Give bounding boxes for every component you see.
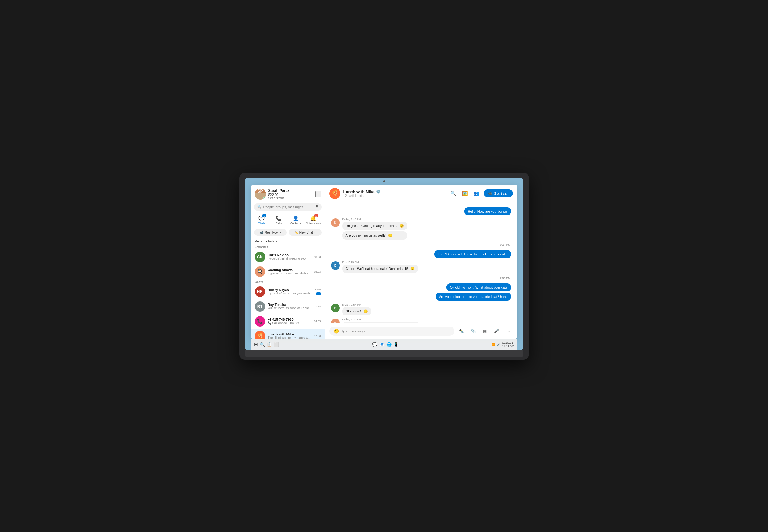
avatar-eric: E — [331, 261, 340, 270]
message-2: K Keiko, 2:48 PM I'm great!! Getting rea… — [331, 218, 511, 240]
image-button[interactable]: 🖼️ — [460, 189, 469, 198]
chat-name-lunch-mike: Lunch with Mike — [268, 332, 311, 336]
tab-calls[interactable]: 📞 Calls — [270, 213, 287, 227]
tab-contacts[interactable]: 👤 Contacts — [287, 213, 304, 227]
taskbar-chat-icon[interactable]: 💬 — [372, 342, 377, 347]
meet-now-button[interactable]: 📹 Meet Now ▾ — [254, 229, 287, 236]
recent-chats-header[interactable]: Recent chats ▾ — [251, 238, 325, 244]
taskbar: ⊞ 🔍 📋 ⬜ 💬 📧 🌐 📱 📶 🔊 10/20/21 11 — [251, 339, 517, 350]
media-button[interactable]: ▦ — [480, 327, 490, 336]
notifications-badge: 1 — [314, 214, 318, 217]
taskbar-right: 📶 🔊 10/20/21 11:11 AM — [492, 341, 514, 347]
chat-item-phone[interactable]: 📞 +1 415-748-7920 📞 Call ended · 1m 22s … — [251, 314, 325, 329]
bubble-6: Of course! 🙂 — [342, 307, 372, 315]
chat-item-hillary-reyes[interactable]: HR Hillary Reyes If you don't mind can y… — [251, 284, 325, 299]
bubble-group-6: Of course! 🙂 — [342, 307, 372, 315]
reaction-2a[interactable]: 🙂 — [400, 224, 404, 228]
taskbar-mail-icon[interactable]: 📧 — [379, 342, 384, 347]
settings-icon[interactable]: ⚙️ — [376, 190, 380, 194]
group-button[interactable]: 👥 — [472, 189, 481, 198]
chat-meta-ray-tanaka: 11:44 — [314, 305, 321, 308]
chat-info-cooking-shows: Cooking shows Ingredients for our next d… — [268, 268, 311, 275]
taskbar-volume-icon[interactable]: 🔊 — [497, 343, 500, 346]
avatar-chris-naidoo: CN — [255, 252, 265, 262]
tab-calls-label: Calls — [275, 222, 282, 225]
format-button[interactable]: ✒️ — [457, 327, 466, 336]
meet-now-arrow: ▾ — [280, 231, 281, 234]
recent-chats-chevron: ▾ — [276, 240, 277, 243]
chat-item-chris-naidoo[interactable]: CN Chris Naidoo I wouldn't mind meeting … — [251, 250, 325, 264]
reaction-4[interactable]: 🙂 — [410, 267, 415, 270]
avatar-keiko: K — [331, 218, 340, 227]
taskbar-datetime: 10/20/21 11:11 AM — [502, 341, 514, 347]
start-call-button[interactable]: 📹 Start call — [484, 189, 513, 197]
more-options-button[interactable]: ··· — [315, 191, 321, 197]
chat-item-ray-tanaka[interactable]: RT Ray Tanaka Will be there as soon as I… — [251, 299, 325, 314]
msg-content-2: Keiko, 2:48 PM I'm great!! Getting ready… — [342, 218, 408, 240]
bubble-3: I don't know, yet. I have to check my sc… — [434, 250, 511, 258]
nav-tabs: 💬 3 Chats 📞 Calls 👤 Contacts — [251, 213, 325, 227]
chat-time-chris-naidoo: 18.03 — [314, 255, 321, 258]
chat-item-cooking-shows[interactable]: 🍳 Cooking shows Ingredients for our next… — [251, 264, 325, 279]
bubble-1: Hello! How are you doing? — [464, 207, 511, 215]
search-input[interactable] — [263, 205, 314, 209]
action-buttons: 📹 Meet Now ▾ ✏️ New Chat ▾ — [251, 229, 325, 238]
taskbar-center: 💬 📧 🌐 📱 — [372, 342, 399, 347]
new-chat-button[interactable]: ✏️ New Chat ▾ — [289, 229, 322, 236]
attach-button[interactable]: 📎 — [469, 327, 478, 336]
chat-meta-lunch-mike: 17.03 — [314, 335, 321, 338]
taskbar-skype-icon[interactable]: 📱 — [393, 342, 399, 347]
meet-now-label: Meet Now — [265, 231, 278, 234]
taskbar-snap-icon[interactable]: ⬜ — [274, 342, 279, 347]
profile-info: Sarah Perez $22,00 Set a status — [268, 189, 313, 200]
chat-time-lunch-mike: 17.03 — [314, 335, 321, 338]
taskbar-wifi-icon[interactable]: 📶 — [492, 343, 495, 346]
right-panel: 🍕 Lunch with Mike ⚙️ 12 participants 🔍 🖼… — [325, 185, 517, 339]
chat-info-chris-naidoo: Chris Naidoo I wouldn't mind meeting soo… — [268, 253, 311, 260]
taskbar-widgets-icon[interactable]: 📋 — [267, 342, 272, 347]
reaction-6[interactable]: 🙂 — [364, 309, 368, 313]
left-panel: SP Sarah Perez $22,00 Set a status ··· 🔍 — [251, 185, 325, 339]
notifications-icon: 🔔 1 — [310, 215, 316, 221]
message-input[interactable] — [341, 329, 450, 333]
timestamp-253: 2:53 PM — [331, 277, 511, 280]
avatar[interactable]: SP — [255, 189, 266, 200]
avatar-hillary-reyes: HR — [255, 286, 265, 297]
taskbar-browser-icon[interactable]: 🌐 — [386, 342, 392, 347]
unread-hillary-reyes: 3 — [316, 292, 321, 295]
chat-preview-lunch-mike: The client was pretty happy with... — [268, 336, 311, 339]
msg-sender-time-6: Bryan, 2:54 PM — [342, 303, 372, 306]
more-input-button[interactable]: ··· — [504, 327, 513, 336]
chat-name-cooking-shows: Cooking shows — [268, 268, 311, 272]
chat-time-hillary-reyes: Now — [315, 288, 321, 291]
chat-meta-cooking-shows: 05.03 — [314, 270, 321, 273]
grid-icon[interactable]: ⠿ — [315, 205, 319, 209]
chat-list: Favorites CN Chris Naidoo I wouldn't min… — [251, 244, 325, 339]
profile-name: Sarah Perez — [268, 189, 313, 193]
favorites-label: Favorites — [251, 244, 325, 250]
chat-preview-ray-tanaka: Will be there as soon as I can! — [268, 307, 311, 310]
windows-start-icon[interactable]: ⊞ — [254, 342, 258, 347]
tab-chats[interactable]: 💬 3 Chats — [254, 213, 270, 227]
bubble-5a: Ok ok! I will join. What about your cat? — [446, 283, 511, 291]
bubble-4: C'mon! We'll eat hot tamale! Don't miss … — [342, 265, 418, 273]
reaction-2b[interactable]: 🙂 — [388, 234, 392, 237]
search-chat-button[interactable]: 🔍 — [449, 189, 458, 198]
chats-section-label: Chats — [251, 279, 325, 284]
audio-button[interactable]: 🎤 — [492, 327, 501, 336]
tab-notifications[interactable]: 🔔 1 Notifications — [304, 213, 322, 227]
emoji-picker-icon[interactable]: 🙂 — [334, 329, 339, 334]
search-bar[interactable]: 🔍 ⠿ — [254, 203, 322, 211]
tab-notifications-label: Notifications — [306, 222, 321, 225]
msg-content-4: Eric, 2:49 PM C'mon! We'll eat hot tamal… — [342, 261, 418, 273]
online-indicator — [263, 197, 266, 199]
chat-preview-phone: 📞 Call ended · 1m 22s — [268, 321, 311, 325]
chat-info-phone: +1 415-748-7920 📞 Call ended · 1m 22s — [268, 318, 311, 325]
video-call-icon: 📹 — [488, 191, 492, 195]
message-4: E Eric, 2:49 PM C'mon! We'll eat hot tam… — [331, 261, 511, 273]
taskbar-search-icon[interactable]: 🔍 — [260, 342, 265, 347]
chat-time-cooking-shows: 05.03 — [314, 270, 321, 273]
chat-item-lunch-mike[interactable]: 🍕 Lunch with Mike The client was pretty … — [251, 329, 325, 339]
chat-header-name: Lunch with Mike ⚙️ — [343, 189, 446, 194]
chat-participants: 12 participants — [343, 194, 446, 197]
